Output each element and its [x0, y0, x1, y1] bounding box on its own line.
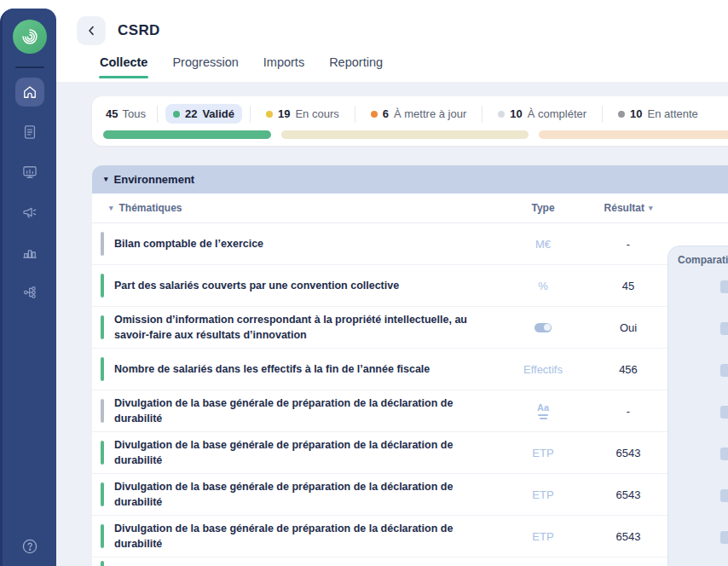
resultat-header-label: Résultat — [604, 202, 644, 214]
count-a-completer: 10 — [510, 107, 522, 120]
toggle-type-icon — [534, 323, 552, 332]
filter-a-completer[interactable]: 10 À compléter — [490, 104, 594, 124]
filter-en-cours[interactable]: 19 En cours — [258, 104, 347, 124]
comparatif-placeholder-block — [720, 489, 728, 502]
filter-en-attente[interactable]: 10 En attente — [610, 104, 706, 124]
divider — [482, 106, 482, 123]
status-summary-card: 45 Tous 22 Validé 19 En cours — [92, 96, 728, 146]
type-cell: % — [505, 280, 581, 292]
label-en-attente: En attente — [648, 107, 698, 120]
chevron-left-icon — [84, 24, 98, 38]
type-cell: ETP — [505, 530, 581, 543]
status-dot-en-cours — [266, 111, 273, 118]
label-en-cours: En cours — [295, 107, 338, 120]
thematique-label: Nombre de salariés dans les effectifs à … — [92, 361, 505, 377]
count-a-mettre-a-jour: 6 — [383, 107, 389, 120]
count-en-cours: 19 — [278, 107, 290, 120]
page-title: CSRD — [118, 22, 160, 39]
thematique-label: Divulgation de la base générale de prépa… — [92, 437, 505, 468]
content-area: 45 Tous 22 Validé 19 En cours — [56, 82, 728, 566]
back-button[interactable] — [77, 16, 106, 45]
org-chart-icon — [21, 284, 38, 301]
filter-valide[interactable]: 22 Validé — [165, 104, 242, 124]
collect-table-card: ▾ Environnement ▾ Thématiques Type Résul… — [92, 165, 728, 566]
home-icon — [21, 84, 38, 101]
status-indicator-bar — [101, 232, 104, 256]
table-row[interactable]: Divulgation de la base générale de prépa… — [92, 474, 728, 516]
filter-a-mettre-a-jour[interactable]: 6 À mettre à jour — [363, 104, 475, 124]
table-body: Bilan comptable de l’exercice M€ - Part … — [92, 223, 728, 566]
column-header-thematiques[interactable]: ▾ Thématiques — [92, 202, 505, 214]
table-row[interactable]: Divulgation de la base générale de prépa… — [92, 432, 728, 474]
sidebar — [0, 9, 56, 566]
comparatif-placeholder-block — [720, 280, 728, 293]
collapse-caret-icon: ▾ — [104, 176, 108, 183]
divider — [355, 106, 355, 123]
table-row[interactable]: Part des salariés couverts par une conve… — [92, 265, 728, 307]
result-cell: 456 — [581, 363, 675, 376]
result-cell: Oui — [581, 321, 675, 334]
table-row[interactable]: Bilan comptable de l’exercice M€ - — [92, 223, 728, 265]
section-title: Environnement — [114, 173, 195, 186]
progress-bar — [103, 130, 728, 139]
divider — [157, 106, 158, 123]
status-indicator-bar — [101, 274, 104, 297]
sidebar-item-analytics[interactable] — [15, 238, 44, 267]
tab-imports[interactable]: Imports — [263, 55, 304, 82]
result-cell: - — [581, 238, 675, 251]
type-cell — [505, 323, 581, 332]
sidebar-item-announcements[interactable] — [15, 198, 44, 227]
type-cell: Aa — [505, 403, 581, 419]
label-tous: Tous — [122, 107, 145, 120]
sidebar-item-home[interactable] — [15, 78, 44, 107]
thematique-label: Divulgation de la base générale de prépa… — [92, 521, 505, 552]
column-header-resultat[interactable]: Résultat ▾ — [581, 202, 675, 214]
count-tous: 45 — [106, 107, 118, 120]
type-cell: ETP — [505, 488, 581, 501]
status-indicator-bar — [101, 399, 104, 423]
filter-tous[interactable]: 45 Tous — [102, 104, 149, 124]
tab-collecte[interactable]: Collecte — [100, 55, 147, 82]
tab-progression[interactable]: Progression — [172, 55, 238, 82]
type-cell: Effectifs — [505, 363, 581, 376]
question-icon — [20, 537, 39, 556]
label-valide: Validé — [202, 107, 234, 120]
bar-chart-icon — [21, 244, 38, 261]
result-cell: 6543 — [581, 447, 675, 459]
table-row[interactable] — [92, 557, 728, 566]
result-cell: 6543 — [581, 488, 675, 501]
sidebar-item-documents[interactable] — [15, 118, 44, 147]
status-indicator-bar — [101, 357, 104, 381]
table-row[interactable]: Nombre de salariés dans les effectifs à … — [92, 349, 728, 390]
help-button[interactable] — [15, 532, 44, 561]
status-filter-row: 45 Tous 22 Validé 19 En cours — [92, 96, 728, 124]
tab-reporting[interactable]: Reporting — [329, 55, 383, 82]
table-row[interactable]: Divulgation de la base générale de prépa… — [92, 390, 728, 432]
table-row[interactable]: Divulgation de la base générale de prépa… — [92, 516, 728, 557]
result-cell: 45 — [581, 280, 675, 292]
section-header-environnement[interactable]: ▾ Environnement — [92, 165, 728, 193]
status-indicator-bar — [101, 524, 104, 548]
comparatif-placeholder-block — [720, 406, 728, 419]
result-cell: 6543 — [581, 530, 675, 543]
page-header: CSRD Collecte Progression Imports Report… — [56, 0, 728, 82]
label-a-completer: À compléter — [528, 107, 586, 120]
label-a-mettre-a-jour: À mettre à jour — [394, 107, 466, 120]
main-area: CSRD Collecte Progression Imports Report… — [56, 0, 728, 566]
swirl-logo-icon — [19, 26, 41, 48]
status-dot-a-mettre-a-jour — [371, 111, 378, 118]
sidebar-item-dashboard[interactable] — [15, 158, 44, 187]
monitor-chart-icon — [21, 164, 38, 181]
progress-segment-en-cours — [281, 130, 529, 139]
divider — [250, 106, 251, 123]
comparatif-placeholder-block — [720, 364, 728, 377]
thematique-label: Part des salariés couverts par une conve… — [92, 278, 505, 293]
status-dot-en-attente — [618, 111, 625, 118]
count-valide: 22 — [185, 107, 197, 120]
table-header-row: ▾ Thématiques Type Résultat ▾ — [92, 193, 728, 223]
comparatif-panel: Comparatif — [667, 245, 728, 566]
status-indicator-bar — [101, 561, 104, 566]
sidebar-item-organization[interactable] — [15, 278, 44, 307]
table-row[interactable]: Omission d’information correspondant à l… — [92, 307, 728, 349]
collapse-caret-icon: ▾ — [109, 205, 113, 212]
